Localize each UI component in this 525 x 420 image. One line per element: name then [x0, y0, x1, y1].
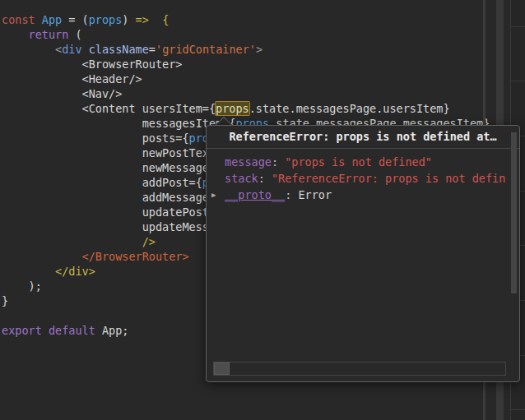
code-token: 'gridContainer': [156, 43, 256, 56]
property-row-message: message: "props is not defined": [207, 154, 519, 170]
code-token: [2, 28, 29, 41]
code-line: <div className='gridContainer'>: [2, 42, 495, 57]
code-token: <Header/>: [2, 72, 142, 85]
code-token: }: [2, 294, 8, 307]
code-token: </BrowserRouter>: [82, 250, 189, 263]
code-token: [82, 43, 89, 56]
code-token: newPostTex: [2, 146, 209, 159]
property-value: Error: [298, 188, 332, 201]
code-token: updatePost: [2, 205, 209, 219]
code-token: <Nav/>: [2, 87, 122, 100]
code-token: div: [62, 43, 81, 56]
code-line: <Nav/>: [2, 86, 495, 101]
property-colon: :: [258, 172, 272, 185]
property-name: message: [225, 155, 272, 168]
code-token: <BrowserRouter>: [2, 58, 182, 71]
code-token: [42, 324, 49, 337]
expand-arrow-icon[interactable]: ▶: [211, 187, 216, 203]
code-token: <: [55, 43, 62, 56]
code-token: messagesItem={: [2, 117, 235, 130]
code-token: [2, 265, 55, 278]
error-popover: ReferenceError: props is not defined at……: [206, 125, 520, 382]
code-token: [149, 13, 162, 26]
code-token: newMessage: [2, 161, 209, 174]
code-token: ): [122, 13, 135, 26]
code-line: <BrowserRouter>: [2, 57, 495, 72]
code-token: [2, 235, 142, 248]
code-line: <Content usersItem={props.state.messages…: [2, 101, 495, 116]
code-token: (: [68, 28, 81, 41]
code-token: updateMess: [2, 220, 209, 233]
code-token: [2, 250, 82, 263]
code-token: export: [2, 324, 42, 337]
code-token: >: [256, 43, 262, 56]
code-token: addMessage: [2, 191, 209, 204]
code-token: =: [149, 43, 156, 56]
code-token: className: [89, 43, 149, 56]
code-token: [2, 43, 55, 56]
property-colon: :: [285, 188, 298, 201]
code-token: </div>: [55, 265, 95, 278]
code-line: const App = (props) => {: [2, 12, 495, 27]
code-token: App: [42, 13, 62, 26]
code-token: <Content usersItem={: [2, 102, 216, 115]
popover-title: ReferenceError: props is not defined at…: [207, 126, 519, 149]
property-name: stack: [225, 172, 258, 185]
property-colon: :: [272, 155, 285, 168]
code-token: [35, 13, 42, 26]
property-row-stack: stack: "ReferenceError: props is not def…: [207, 170, 519, 187]
code-token: props: [89, 13, 123, 26]
code-token: {: [162, 13, 169, 26]
popover-properties: message: "props is not defined"stack: "R…: [207, 154, 519, 203]
sidebar-separator: [511, 81, 525, 81]
sidebar-separator: [511, 409, 525, 410]
h-scrollbar-thumb[interactable]: [214, 362, 230, 375]
property-value: "props is not defined": [285, 155, 432, 168]
code-token: = (: [62, 13, 89, 26]
devtools-sources-panel: const App = (props) => { return ( <div c…: [0, 0, 525, 420]
sidebar-separator: [511, 26, 525, 27]
code-token: return: [29, 28, 69, 41]
property-value: "ReferenceError: props is not defin: [272, 172, 505, 185]
v-scrollbar-thumb[interactable]: [511, 132, 517, 293]
code-token: />: [142, 235, 156, 248]
code-token: const: [2, 13, 35, 26]
code-token: addPost={: [2, 176, 202, 189]
code-line: return (: [2, 27, 495, 42]
code-token: default: [49, 324, 95, 337]
variable-highlight[interactable]: props: [216, 102, 249, 115]
code-token: );: [2, 279, 42, 293]
code-token: .state.messagesPage.usersItem}: [249, 102, 450, 115]
code-token: posts={: [2, 132, 189, 145]
code-token: =>: [136, 13, 149, 26]
code-line: <Header/>: [2, 72, 495, 86]
h-scrollbar-track[interactable]: [213, 362, 506, 376]
property-row-proto[interactable]: ▶__proto__: Error: [207, 187, 519, 203]
code-token: App;: [95, 324, 129, 337]
property-name: __proto__: [225, 188, 285, 201]
